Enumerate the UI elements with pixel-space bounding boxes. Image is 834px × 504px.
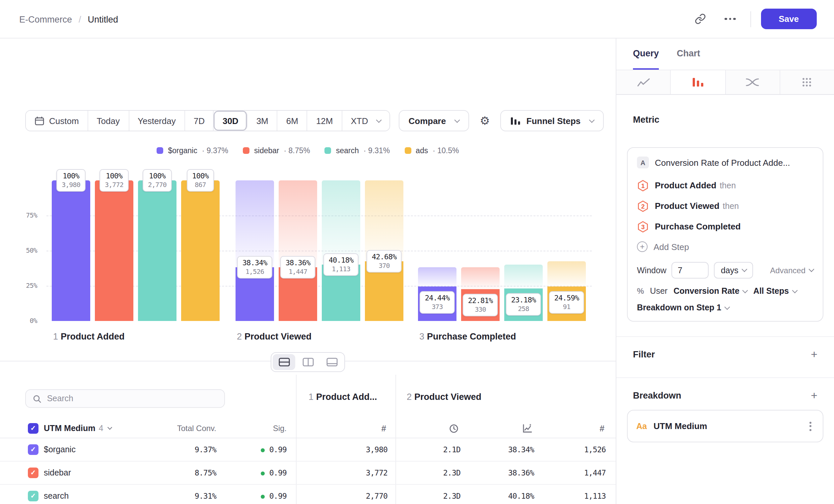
count-column-icon[interactable]: # <box>600 423 605 433</box>
y-axis-tick: 50% <box>9 247 37 254</box>
tab-label: Query <box>633 48 659 59</box>
metric-heading: Metric <box>633 115 817 125</box>
tab-line-chart[interactable] <box>616 70 671 94</box>
funnel-bar[interactable] <box>138 180 176 321</box>
count-column-icon[interactable]: # <box>381 423 386 433</box>
breakdown-table: 1Product Add... 2Product Viewed ✓ UTM Me… <box>0 361 616 504</box>
breadcrumb-report-title[interactable]: Untitled <box>88 14 118 24</box>
conv-rate-column-icon[interactable] <box>522 423 533 433</box>
cell-step2-time: 2.3D <box>443 468 460 478</box>
funnel-step-label: 2Product Viewed <box>237 331 311 342</box>
breakdown-column-header[interactable]: UTM Medium 4 <box>44 423 111 433</box>
breakdown-heading: Breakdown <box>633 391 681 400</box>
tab-flow-chart[interactable] <box>725 70 780 94</box>
breakdown-step-select[interactable]: Breakdown on Step 1 <box>637 303 813 312</box>
measure-scope-select[interactable]: All Steps <box>753 287 797 296</box>
metric-step[interactable]: 1Product Addedthen <box>637 175 813 196</box>
bar-value-chip: 38.36%1,447 <box>280 256 316 278</box>
legend-series-value: · 9.37% <box>202 146 228 155</box>
metric-title-row[interactable]: A Conversion Rate of Product Adde... <box>637 157 813 168</box>
bar-value-chip: 38.34%1,526 <box>237 256 273 278</box>
string-type-icon: Aa <box>636 421 647 431</box>
legend-item[interactable]: $organic · 9.37% <box>157 146 228 155</box>
funnel-bar[interactable] <box>181 180 220 321</box>
breakdown-property-card[interactable]: Aa UTM Medium <box>627 410 824 442</box>
metric-title: Conversion Rate of Product Adde... <box>655 158 790 167</box>
save-button[interactable]: Save <box>761 8 817 29</box>
metric-step[interactable]: 3Purchase Completed <box>637 216 813 237</box>
window-value-input[interactable] <box>672 262 709 278</box>
legend-item[interactable]: sidebar · 8.75% <box>243 146 310 155</box>
svg-text:1: 1 <box>641 182 645 189</box>
measure-entity-select[interactable]: User <box>650 287 667 296</box>
row-checkbox[interactable]: ✓ <box>28 467 39 478</box>
share-link-button[interactable] <box>690 9 710 29</box>
search-input[interactable] <box>47 394 218 403</box>
row-checkbox[interactable]: ✓ <box>28 491 39 501</box>
legend-series-name: sidebar <box>254 146 279 155</box>
step-number-hexagon-icon: 2 <box>637 200 649 212</box>
funnel-step-label: 3Purchase Completed <box>419 331 516 342</box>
legend-swatch <box>325 147 331 154</box>
table-header-row: ✓ UTM Medium 4 Total Conv. Sig. # # <box>0 418 616 438</box>
layout-split-vertical-button[interactable] <box>297 354 319 370</box>
tab-chart[interactable]: Chart <box>677 48 700 70</box>
measure-type-select[interactable]: Conversion Rate <box>674 287 747 296</box>
legend-item[interactable]: ads · 10.5% <box>404 146 459 155</box>
insight-type-tabs <box>616 70 834 95</box>
bar-value-chip: 42.68%370 <box>367 250 402 272</box>
breadcrumb-project[interactable]: E-Commerce <box>19 14 72 24</box>
advanced-toggle[interactable]: Advanced <box>770 266 813 275</box>
cell-step1-count: 3,980 <box>366 445 388 454</box>
chip-percent: 24.59% <box>554 294 579 302</box>
metric-card: A Conversion Rate of Product Adde... 1Pr… <box>627 147 824 322</box>
bar-value-chip: 22.81%330 <box>463 294 498 316</box>
funnel-bar[interactable] <box>52 180 90 321</box>
check-icon: ✓ <box>30 446 36 453</box>
significance-header[interactable]: Sig. <box>273 423 287 433</box>
table-row[interactable]: ✓sidebar8.75%0.993,7722.3D38.36%1,447 <box>0 462 616 485</box>
row-series-name: sidebar <box>44 468 71 478</box>
legend-series-value: · 8.75% <box>284 146 310 155</box>
chevron-down-icon <box>742 267 747 272</box>
step2-column-group-header: 2Product Viewed <box>407 392 481 402</box>
breakdown-step-row: Breakdown on Step 1 <box>637 303 813 314</box>
cell-step2-count: 1,447 <box>584 468 606 478</box>
measure-type-value: Conversion Rate <box>674 287 740 296</box>
tab-funnel-chart[interactable] <box>671 70 725 94</box>
breakdown-property-label: UTM Medium <box>654 421 707 431</box>
add-breakdown-button[interactable]: + <box>811 390 817 401</box>
metric-steps: 1Product Addedthen2Product Viewedthen3Pu… <box>637 175 813 237</box>
row-checkbox[interactable]: ✓ <box>28 444 39 455</box>
window-unit-select[interactable]: days <box>714 262 753 278</box>
measure-scope-value: All Steps <box>753 287 789 296</box>
window-label: Window <box>637 266 666 275</box>
more-options-button[interactable] <box>720 9 740 29</box>
tab-query[interactable]: Query <box>633 48 659 70</box>
funnel-bar-remainder <box>279 180 317 267</box>
select-all-checkbox[interactable]: ✓ <box>28 423 39 433</box>
metric-step[interactable]: 2Product Viewedthen <box>637 196 813 216</box>
tab-retention-grid[interactable] <box>780 70 834 94</box>
add-step-button[interactable]: + Add Step <box>637 237 813 257</box>
table-row[interactable]: ✓search9.31%0.992,7702.3D40.18%1,113 <box>0 485 616 504</box>
funnel-bars-icon <box>692 77 704 88</box>
chip-count: 3,980 <box>62 181 80 188</box>
layout-split-horizontal-button[interactable] <box>273 354 295 370</box>
trend-chart-icon <box>522 423 533 433</box>
step-event-name: Product Viewed <box>655 201 720 211</box>
breakdown-count: 4 <box>99 423 104 433</box>
legend-swatch <box>243 147 249 154</box>
step-number-hexagon-icon: 3 <box>637 221 649 232</box>
layout-bottom-panel-button[interactable] <box>321 354 343 370</box>
chip-count: 91 <box>554 303 579 311</box>
table-row[interactable]: ✓$organic9.37%0.993,9802.1D38.34%1,526 <box>0 438 616 462</box>
conversion-window-row: Window days Advanced <box>637 262 813 278</box>
avg-time-column-icon[interactable] <box>448 423 459 433</box>
kebab-menu-icon[interactable] <box>807 419 814 433</box>
chip-count: 2,770 <box>148 181 167 188</box>
add-filter-button[interactable]: + <box>811 349 817 360</box>
funnel-bar[interactable] <box>95 180 133 321</box>
legend-item[interactable]: search · 9.31% <box>325 146 390 155</box>
total-conv-header[interactable]: Total Conv. <box>177 423 216 433</box>
